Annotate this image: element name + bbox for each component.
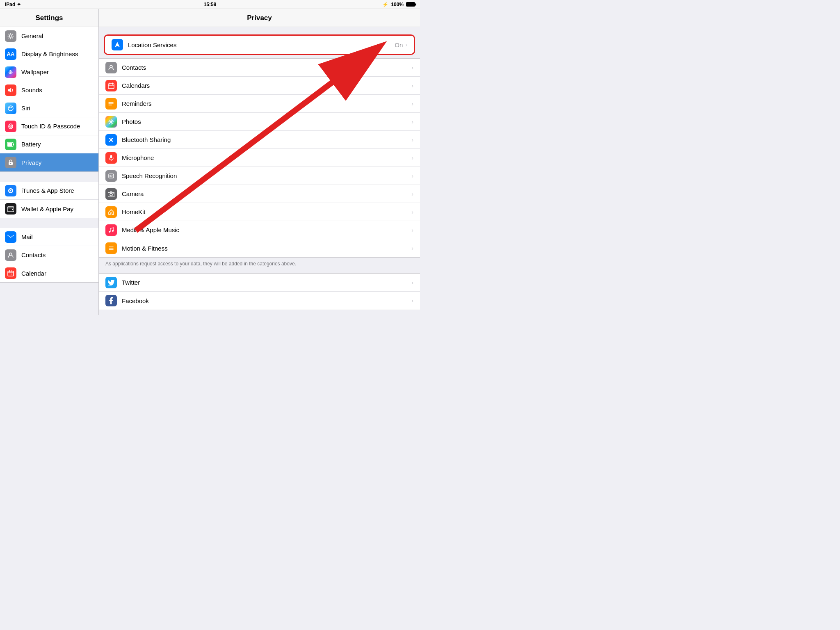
svg-point-23: [109, 105, 110, 105]
sidebar-title: Settings: [35, 14, 63, 22]
facebook-chevron: ›: [411, 297, 413, 304]
sidebar-item-siri[interactable]: Siri: [0, 99, 98, 117]
general-icon: [5, 30, 16, 42]
location-services-box: Location Services On ›: [104, 34, 415, 55]
speech-chevron: ›: [411, 173, 413, 179]
wallet-label: Wallet & Apple Pay: [21, 205, 73, 212]
status-right: ⚡ 100%: [382, 2, 415, 7]
sidebar-item-wallpaper[interactable]: ❋ Wallpaper: [0, 63, 98, 81]
location-chevron: ›: [405, 41, 407, 48]
privacy-label: Privacy: [21, 159, 41, 166]
photos-icon: [105, 116, 117, 128]
location-icon: [112, 39, 123, 50]
svg-rect-6: [13, 144, 14, 145]
privacy-item-microphone[interactable]: Microphone ›: [99, 149, 420, 167]
privacy-item-contacts[interactable]: Contacts ›: [99, 59, 420, 77]
location-services-item[interactable]: Location Services On ›: [105, 36, 414, 54]
display-icon: AA: [5, 48, 16, 60]
photos-label: Photos: [122, 118, 411, 125]
sidebar-item-calendar[interactable]: 12 Calendar: [0, 264, 98, 282]
bluetooth-privacy-icon: [105, 134, 117, 146]
sidebar-item-touchid[interactable]: Touch ID & Passcode: [0, 117, 98, 135]
general-label: General: [21, 32, 43, 39]
reminders-icon: [105, 98, 117, 110]
sidebar-spacer-1: [0, 172, 98, 182]
sidebar-section-3: Mail Contacts 12 Calendar: [0, 228, 98, 283]
privacy-item-facebook[interactable]: Facebook ›: [99, 292, 420, 310]
calendars-label: Calendars: [122, 82, 411, 89]
sidebar-item-wallet[interactable]: Wallet & Apple Pay: [0, 200, 98, 218]
svg-point-0: [9, 35, 12, 37]
svg-rect-11: [12, 209, 13, 210]
sidebar-item-itunes[interactable]: iTunes & App Store: [0, 182, 98, 200]
contacts-privacy-icon: [105, 62, 117, 73]
svg-point-35: [112, 230, 114, 232]
sidebar-item-sounds[interactable]: Sounds: [0, 81, 98, 99]
battery-label: Battery: [21, 141, 41, 148]
sidebar: Settings General AA Display & Brightness…: [0, 9, 99, 315]
calendars-chevron: ›: [411, 82, 413, 89]
motion-label: Motion & Fitness: [122, 245, 411, 252]
speech-label: Speech Recognition: [122, 172, 411, 179]
photos-chevron: ›: [411, 119, 413, 125]
bluetooth-icon: ⚡: [382, 2, 388, 7]
privacy-item-calendars[interactable]: Calendars ›: [99, 77, 420, 95]
twitter-icon: [105, 277, 117, 288]
ipad-label: iPad ✦: [5, 2, 21, 7]
motion-chevron: ›: [411, 245, 413, 251]
battery-label: 100%: [391, 2, 404, 7]
sidebar-spacer-2: [0, 218, 98, 228]
privacy-icon: [5, 157, 16, 168]
wallpaper-label: Wallpaper: [21, 68, 49, 75]
bluetooth-privacy-label: Bluetooth Sharing: [122, 136, 411, 143]
media-icon: [105, 224, 117, 236]
battery-settings-icon: [5, 139, 16, 150]
privacy-items-list: Contacts › Calendars › Reminders: [99, 58, 420, 258]
location-services-value: On: [395, 41, 403, 48]
privacy-item-photos[interactable]: Photos ›: [99, 113, 420, 131]
speech-icon: [105, 170, 117, 182]
facebook-icon: [105, 295, 117, 306]
svg-rect-25: [110, 155, 112, 158]
svg-point-21: [109, 102, 110, 103]
mail-icon: [5, 231, 16, 243]
sidebar-item-mail[interactable]: Mail: [0, 228, 98, 246]
contacts-label: Contacts: [21, 251, 46, 258]
time: 15:59: [204, 2, 217, 7]
bottom-items-list: Twitter › Facebook ›: [99, 273, 420, 310]
sidebar-item-contacts[interactable]: Contacts: [0, 246, 98, 264]
svg-point-22: [109, 103, 110, 104]
sidebar-item-display[interactable]: AA Display & Brightness: [0, 45, 98, 63]
main-layout: Settings General AA Display & Brightness…: [0, 9, 420, 315]
reminders-chevron: ›: [411, 100, 413, 107]
mail-label: Mail: [21, 233, 33, 240]
contacts-chevron: ›: [411, 64, 413, 71]
sidebar-item-general[interactable]: General: [0, 27, 98, 45]
privacy-item-homekit[interactable]: HomeKit ›: [99, 203, 420, 221]
siri-label: Siri: [21, 105, 30, 112]
content-body: Location Services On › Contacts ›: [99, 27, 420, 314]
siri-icon: [5, 103, 16, 114]
privacy-item-speech[interactable]: Speech Recognition ›: [99, 167, 420, 185]
sidebar-item-battery[interactable]: Battery: [0, 135, 98, 153]
privacy-item-twitter[interactable]: Twitter ›: [99, 274, 420, 292]
privacy-item-camera[interactable]: Camera ›: [99, 185, 420, 203]
homekit-label: HomeKit: [122, 208, 411, 215]
sidebar-item-privacy[interactable]: Privacy: [0, 153, 98, 171]
bluetooth-chevron: ›: [411, 137, 413, 143]
privacy-item-media[interactable]: Media & Apple Music ›: [99, 221, 420, 239]
calendars-icon: [105, 80, 117, 91]
calendar-label: Calendar: [21, 270, 46, 277]
content-panel: Privacy Location Services On ›: [99, 9, 420, 315]
contacts-privacy-label: Contacts: [122, 64, 411, 71]
media-chevron: ›: [411, 227, 413, 233]
touchid-label: Touch ID & Passcode: [21, 123, 80, 130]
svg-rect-12: [7, 235, 14, 240]
svg-rect-17: [108, 84, 114, 89]
homekit-icon: [105, 206, 117, 218]
privacy-item-reminders[interactable]: Reminders ›: [99, 95, 420, 113]
location-services-label: Location Services: [128, 41, 395, 48]
status-left: iPad ✦: [5, 2, 21, 7]
privacy-item-motion[interactable]: Motion & Fitness ›: [99, 239, 420, 257]
privacy-item-bluetooth[interactable]: Bluetooth Sharing ›: [99, 131, 420, 149]
